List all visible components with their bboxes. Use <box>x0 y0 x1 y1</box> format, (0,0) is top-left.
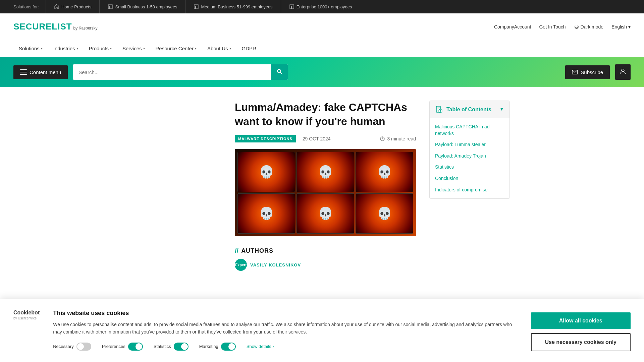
nav-industries[interactable]: Industries ▾ <box>48 40 84 57</box>
toc-sidebar: Table of Contents ▲ Malicious CAPTCHA in… <box>429 101 510 278</box>
skull-grid: 💀 💀 💀 💀 💀 💀 <box>235 149 416 236</box>
toc-link-3[interactable]: Statistics <box>435 164 504 171</box>
toc-header-left: Table of Contents <box>435 106 491 114</box>
toc-link-5[interactable]: Indicators of compromise <box>435 187 504 193</box>
toc-box: Table of Contents ▲ Malicious CAPTCHA in… <box>429 101 510 199</box>
article-meta: MALWARE DESCRIPTIONS 29 OCT 2024 3 minut… <box>235 135 416 142</box>
search-icon <box>276 68 282 74</box>
svg-rect-8 <box>20 74 27 75</box>
language-selector[interactable]: English ▾ <box>611 24 631 29</box>
main-content: Lumma/Amadey: fake CAPTCHAs want to know… <box>121 87 523 291</box>
logo[interactable]: SECURELIST by Kaspersky <box>13 21 98 32</box>
authors-slash: // <box>235 247 238 255</box>
chevron-down-icon: ▾ <box>41 47 43 50</box>
envelope-icon <box>572 70 578 74</box>
toc-chevron-icon: ▲ <box>499 107 504 112</box>
building3-icon <box>289 4 294 9</box>
building2-icon <box>194 4 199 9</box>
search-wrapper <box>73 64 288 80</box>
header: SECURELIST by Kaspersky CompanyAccount G… <box>0 13 644 40</box>
topbar-medium-business[interactable]: Medium Business 51-999 employees <box>185 0 280 13</box>
svg-rect-5 <box>291 6 292 9</box>
company-account-link[interactable]: CompanyAccount <box>494 24 531 29</box>
authors-section: // AUTHORS Expert VASILY KOLESNIKOV <box>235 247 416 271</box>
building-icon <box>108 4 113 9</box>
article-tag: MALWARE DESCRIPTIONS <box>235 135 296 142</box>
skull-cell: 💀 <box>237 152 295 192</box>
svg-rect-6 <box>20 69 27 70</box>
top-bar: Solutions for: Home Products Small Busin… <box>0 0 644 13</box>
read-time: 3 minute read <box>380 136 416 141</box>
chevron-down-icon: ▾ <box>195 47 197 50</box>
read-time-text: 3 minute read <box>387 136 416 141</box>
article-title: Lumma/Amadey: fake CAPTCHAs want to know… <box>235 101 416 128</box>
toc-link-4[interactable]: Conclusion <box>435 175 504 182</box>
content-menu-button[interactable]: Content menu <box>13 65 68 79</box>
skull-cell: 💀 <box>297 152 354 192</box>
svg-point-12 <box>622 69 624 72</box>
chevron-down-icon: ▾ <box>76 47 78 50</box>
logo-text: SECURELIST <box>13 21 72 32</box>
chevron-down-icon: ▾ <box>110 47 112 50</box>
article-hero-image: 💀 💀 💀 💀 💀 💀 <box>235 149 416 236</box>
author-avatar: Expert <box>235 259 247 271</box>
svg-rect-3 <box>195 6 196 9</box>
logo-sub: by Kaspersky <box>73 26 98 31</box>
skull-cell: 💀 <box>356 193 413 234</box>
search-button[interactable] <box>271 64 288 80</box>
chevron-down-icon: ▾ <box>143 47 145 50</box>
author-item: Expert VASILY KOLESNIKOV <box>235 259 416 271</box>
skull-cell: 💀 <box>356 152 413 192</box>
clock-icon <box>380 136 385 141</box>
authors-title: AUTHORS <box>241 247 273 254</box>
moon-icon <box>574 24 579 29</box>
toc-document-icon <box>435 106 443 114</box>
language-label: English <box>611 24 627 29</box>
toc-link-0[interactable]: Malicious CAPTCHA in ad networks <box>435 124 504 137</box>
article-date: 29 OCT 2024 <box>303 136 331 141</box>
svg-rect-7 <box>20 72 27 72</box>
lang-chevron-icon: ▾ <box>628 24 631 29</box>
article-area: Lumma/Amadey: fake CAPTCHAs want to know… <box>235 101 416 278</box>
svg-rect-1 <box>109 6 110 9</box>
subscribe-button[interactable]: Subscribe <box>565 65 610 79</box>
toc-link-2[interactable]: Payload: Amadey Trojan <box>435 153 504 160</box>
chevron-down-icon: ▾ <box>229 47 231 50</box>
nav-resource-center[interactable]: Resource Center ▾ <box>150 40 202 57</box>
nav-products[interactable]: Products ▾ <box>84 40 117 57</box>
nav-gdpr[interactable]: GDPR <box>236 40 262 57</box>
topbar-small-business[interactable]: Small Business 1-50 employees <box>99 0 185 13</box>
header-nav: CompanyAccount Get In Touch Dark mode En… <box>494 24 631 29</box>
author-name-link[interactable]: VASILY KOLESNIKOV <box>250 262 301 267</box>
search-bar-area: Content menu Subscribe <box>0 57 644 87</box>
svg-point-16 <box>440 110 441 112</box>
main-nav: Solutions ▾ Industries ▾ Products ▾ Serv… <box>0 40 644 57</box>
nav-about-us[interactable]: About Us ▾ <box>202 40 236 57</box>
toc-header[interactable]: Table of Contents ▲ <box>430 101 509 118</box>
toc-title: Table of Contents <box>446 107 491 113</box>
search-input[interactable] <box>73 65 271 79</box>
skull-cell: 💀 <box>237 193 295 234</box>
nav-solutions[interactable]: Solutions ▾ <box>13 40 48 57</box>
topbar-home-products[interactable]: Home Products <box>46 0 100 13</box>
dark-mode-toggle[interactable]: Dark mode <box>574 24 603 29</box>
home-icon <box>54 4 59 9</box>
user-icon <box>620 68 626 74</box>
topbar-enterprise[interactable]: Enterprise 1000+ employees <box>281 0 360 13</box>
nav-services[interactable]: Services ▾ <box>117 40 150 57</box>
get-in-touch-link[interactable]: Get In Touch <box>539 24 566 29</box>
authors-header: // AUTHORS <box>235 247 416 255</box>
top-bar-links: Home Products Small Business 1-50 employ… <box>46 0 360 13</box>
skull-cell: 💀 <box>297 193 354 234</box>
dark-mode-label: Dark mode <box>581 24 603 29</box>
hamburger-icon <box>20 69 27 75</box>
user-account-button[interactable] <box>615 64 631 80</box>
toc-body: Malicious CAPTCHA in ad networks Payload… <box>430 118 509 198</box>
toc-link-1[interactable]: Payload: Lumma stealer <box>435 141 504 148</box>
svg-line-10 <box>280 72 282 74</box>
solutions-label: Solutions for: <box>13 4 39 9</box>
